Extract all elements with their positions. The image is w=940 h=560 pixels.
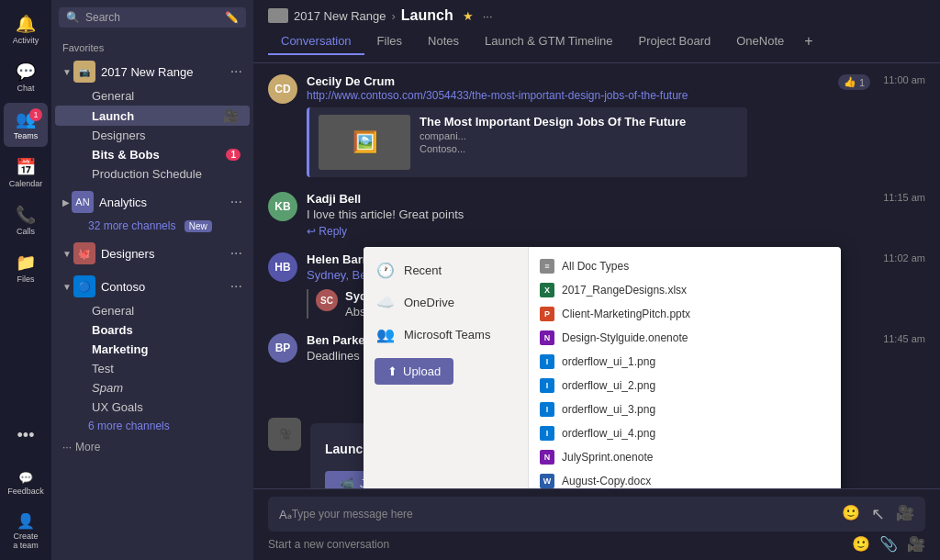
more-button[interactable]: ··· More — [51, 435, 253, 459]
avatar: KB — [268, 192, 297, 221]
file-item-png-1[interactable]: I orderflow_ui_1.png — [529, 350, 841, 374]
team-name-designers: Designers — [101, 247, 230, 261]
tab-conversation[interactable]: Conversation — [268, 28, 364, 55]
header-more-icon[interactable]: ··· — [483, 9, 493, 23]
file-item-pptx[interactable]: P Client-MarketingPitch.pptx — [529, 302, 841, 326]
recent-icon: 🕐 — [376, 262, 395, 279]
compose-action-icons: 🙂 📎 🎥 — [852, 535, 925, 553]
file-source-recent[interactable]: 🕐 Recent — [364, 254, 528, 286]
activity-label: Activity — [13, 36, 39, 45]
analytics-more-icon[interactable]: ··· — [230, 194, 242, 210]
sidebar-item-activity[interactable]: 🔔 Activity — [4, 7, 48, 51]
upload-button[interactable]: ⬆ Upload — [375, 358, 453, 385]
more-channels-analytics[interactable]: 32 more channels New — [51, 217, 253, 235]
link-preview: 🖼️ The Most Important Design Jobs Of The… — [307, 107, 747, 177]
channel-general-contoso[interactable]: General — [55, 301, 250, 320]
search-box[interactable]: 🔍 Search ✏️ — [59, 7, 246, 28]
sidebar-item-chat[interactable]: 💬 Chat — [4, 55, 48, 99]
compose-icon: ✏️ — [225, 11, 239, 24]
channel-test[interactable]: Test — [55, 359, 250, 378]
file-item-all-types[interactable]: ≡ All Doc Types — [529, 254, 841, 278]
message-text: I love this article! Great points — [307, 207, 925, 221]
sidebar-item-files[interactable]: 📁 Files — [4, 246, 48, 290]
file-type-icon: N — [540, 330, 554, 345]
tab-project-board[interactable]: Project Board — [625, 28, 723, 55]
file-name: orderflow_ui_2.png — [562, 379, 655, 392]
message-link[interactable]: http://www.contoso.com/3054433/the-most-… — [307, 89, 688, 102]
channel-marketing[interactable]: Marketing — [55, 340, 250, 359]
file-picker-left: 🕐 Recent ☁️ OneDrive 👥 Microsoft Teams ⬆… — [364, 247, 529, 488]
file-type-icon: X — [540, 283, 554, 297]
team-analytics[interactable]: ▶ AN Analytics ··· — [55, 187, 250, 217]
channel-tabs: Conversation Files Notes Launch & GTM Ti… — [268, 28, 925, 55]
more-actions-icon[interactable]: 🎥 — [907, 535, 925, 553]
more-channels-contoso[interactable]: 6 more channels — [51, 417, 253, 435]
team-2017-new-range[interactable]: ▼ 📷 2017 New Range ··· — [55, 57, 250, 86]
contoso-more-icon[interactable]: ··· — [230, 278, 242, 295]
channel-bits-bobs[interactable]: Bits & Bobs 1 — [55, 145, 250, 164]
onedrive-icon: ☁️ — [376, 294, 395, 311]
file-source-onedrive[interactable]: ☁️ OneDrive — [364, 286, 528, 319]
tab-launch-gtm[interactable]: Launch & GTM Timeline — [472, 28, 625, 55]
add-tab-button[interactable]: + — [797, 28, 820, 55]
preview-image: 🖼️ — [319, 115, 410, 170]
expand-icon: ▼ — [62, 67, 72, 77]
channel-general-2017[interactable]: General — [55, 86, 250, 106]
sidebar-item-calendar[interactable]: 📅 Calendar — [4, 151, 48, 195]
favorites-label: Favorites — [51, 35, 253, 57]
tab-notes[interactable]: Notes — [415, 28, 472, 55]
format-text-icon[interactable]: Aₐ — [279, 508, 292, 521]
tab-files[interactable]: Files — [364, 28, 415, 55]
channel-launch[interactable]: Launch 🎥 — [55, 106, 250, 126]
designers-more-icon[interactable]: ··· — [230, 245, 242, 262]
sidebar-item-teams[interactable]: 1 👥 Teams — [4, 103, 48, 147]
channel-header: 2017 New Range › Launch ★ ··· Conversati… — [253, 0, 940, 63]
file-item-png-4[interactable]: I orderflow_ui_4.png — [529, 421, 841, 445]
upload-icon: ⬆ — [387, 364, 397, 378]
file-item-onenote-1[interactable]: N Design-Stylguide.onenote — [529, 326, 841, 350]
file-item-png-2[interactable]: I orderflow_ui_2.png — [529, 374, 841, 398]
sidebar-item-calls[interactable]: 📞 Calls — [4, 198, 48, 242]
file-item-onenote-2[interactable]: N JulySprint.onenote — [529, 445, 841, 469]
emoji-bottom-icon[interactable]: 🙂 — [852, 535, 870, 553]
file-source-teams[interactable]: 👥 Microsoft Teams — [364, 319, 528, 351]
meeting-avatar: 🎥 — [268, 418, 301, 451]
breadcrumb: 2017 New Range › Launch ★ ··· — [268, 7, 925, 24]
file-item-xlsx[interactable]: X 2017_RangeDesigns.xlsx — [529, 278, 841, 302]
sender-name: Ben Parker — [307, 333, 370, 347]
file-item-docx-1[interactable]: W August-Copy.docx — [529, 469, 841, 488]
channel-boards[interactable]: Boards — [55, 320, 250, 340]
attach-icon[interactable]: 📎 — [879, 535, 898, 553]
message-content: Kadji Bell I love this article! Great po… — [307, 192, 925, 238]
channel-designers-2017[interactable]: Designers — [55, 126, 250, 145]
message-row: CD Cecily De Crum http://www.contoso.com… — [268, 74, 925, 177]
onedrive-label: OneDrive — [404, 296, 454, 309]
sidebar-item-more-options[interactable]: ••• — [4, 413, 48, 457]
file-item-png-3[interactable]: I orderflow_ui_3.png — [529, 398, 841, 421]
icon-bar: 🔔 Activity 💬 Chat 1 👥 Teams 📅 Calendar 📞… — [0, 0, 51, 560]
like-badge: 👍 1 — [838, 74, 870, 90]
channel-ux-goals[interactable]: UX Goals — [55, 398, 250, 417]
chat-label: Chat — [17, 84, 34, 93]
team-designers[interactable]: ▼ 🐙 Designers ··· — [55, 239, 250, 268]
file-name: All Doc Types — [562, 260, 629, 273]
video-compose-icon[interactable]: 🎥 — [896, 504, 914, 524]
new-conversation-placeholder[interactable]: Start a new conversation — [268, 538, 389, 551]
create-team-button[interactable]: 👤 Createa team — [4, 509, 48, 553]
team-more-icon[interactable]: ··· — [230, 63, 242, 80]
feedback-button[interactable]: 💬 Feedback — [4, 461, 48, 505]
team-contoso[interactable]: ▼ 🔵 Contoso ··· — [55, 272, 250, 301]
file-type-icon: N — [540, 450, 554, 465]
chat-icon: 💬 — [16, 62, 36, 82]
compose-area: Aₐ Type your message here 🙂 ↖ 🎥 Start a … — [253, 488, 940, 560]
tab-onenote[interactable]: OneNote — [723, 28, 797, 55]
reply-button[interactable]: ↩ Reply — [307, 225, 925, 238]
breadcrumb-team: 2017 New Range — [294, 9, 386, 23]
channel-spam[interactable]: Spam — [55, 378, 250, 398]
search-icon: 🔍 — [66, 11, 80, 24]
star-icon[interactable]: ★ — [463, 9, 474, 23]
emoji-icon[interactable]: 🙂 — [842, 504, 860, 524]
compose-placeholder[interactable]: Type your message here — [292, 508, 842, 521]
channel-production-schedule[interactable]: Production Schedule — [55, 164, 250, 184]
file-type-icon: I — [540, 378, 554, 393]
